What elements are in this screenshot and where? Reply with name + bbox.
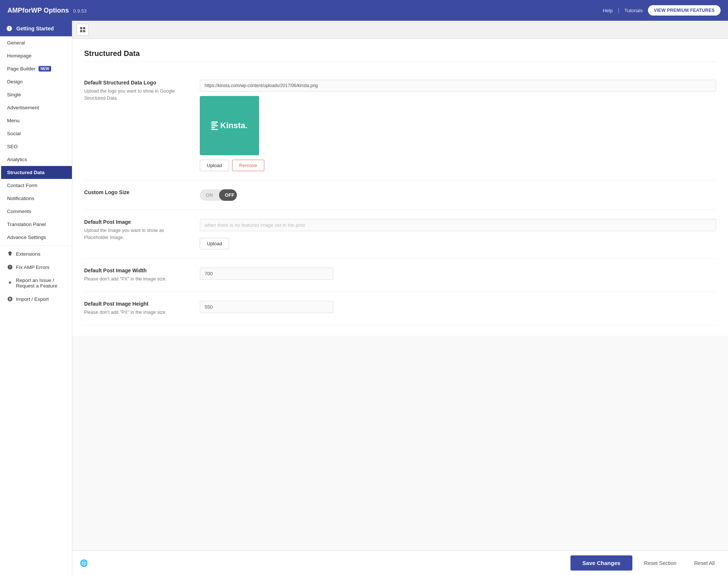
sidebar-item-page-builder[interactable]: Page Builder NEW (0, 62, 72, 75)
main-content: Structured Data Default Structured Data … (72, 21, 728, 575)
toggle-on-label[interactable]: ON (200, 189, 219, 201)
post-image-upload-button[interactable]: Upload (200, 238, 229, 249)
sidebar-item-social[interactable]: Social (0, 127, 72, 140)
main-scroll: Structured Data Default Structured Data … (72, 39, 728, 551)
post-image-desc: Upload the Image you want to show as Pla… (84, 227, 188, 241)
custom-logo-size-toggle[interactable]: ON OFF (200, 189, 237, 201)
reset-section-button[interactable]: Reset Section (638, 556, 682, 571)
sidebar-item-fix-amp-errors[interactable]: Fix AMP Errors (0, 260, 72, 274)
app-body: Getting Started General Homepage Page Bu… (0, 21, 728, 575)
sidebar-item-analytics[interactable]: Analytics (0, 153, 72, 166)
sidebar: Getting Started General Homepage Page Bu… (0, 21, 72, 575)
app-title: AMPforWP Options (7, 7, 69, 14)
sidebar-item-design[interactable]: Design (0, 75, 72, 88)
image-width-row: Default Post Image Width Please don't ad… (84, 259, 716, 292)
toggle-off-label[interactable]: OFF (219, 189, 237, 201)
content-area: Structured Data Default Structured Data … (72, 39, 728, 336)
globe-icon: 🌐 (80, 559, 88, 567)
sidebar-item-advance-settings[interactable]: Advance Settings (0, 231, 72, 244)
header-actions: Help | Tutorials VIEW PREMIUM FEATURES (603, 5, 721, 16)
image-height-row: Default Post Image Height Please don't a… (84, 292, 716, 325)
sidebar-item-contact-form[interactable]: Contact Form (0, 179, 72, 192)
svg-rect-3 (83, 30, 85, 32)
sidebar-item-seo[interactable]: SEO (0, 140, 72, 153)
header: AMPforWP Options 0.9.53 Help | Tutorials… (0, 0, 728, 21)
sidebar-item-translation-panel[interactable]: Translation Panel (0, 218, 72, 231)
sidebar-extra-group: Extensions Fix AMP Errors Report an Issu… (0, 245, 72, 306)
image-width-desc: Please don't add "PX" in the image size. (84, 276, 188, 283)
app-version: 0.9.53 (73, 8, 87, 14)
premium-features-button[interactable]: VIEW PREMIUM FEATURES (648, 5, 721, 16)
logo-remove-button[interactable]: Remove (232, 160, 264, 171)
sidebar-item-general[interactable]: General (0, 36, 72, 49)
footer-left: 🌐 (80, 559, 88, 567)
image-height-input[interactable] (200, 301, 333, 313)
image-width-input[interactable] (200, 267, 333, 280)
logo-upload-button[interactable]: Upload (200, 160, 229, 171)
sidebar-item-homepage[interactable]: Homepage (0, 49, 72, 62)
sidebar-item-menu[interactable]: Menu (0, 114, 72, 127)
custom-logo-size-row: Custom Logo Size ON OFF (84, 180, 716, 210)
sidebar-item-report-issue[interactable]: Report an Issue / Request a Feature (0, 274, 72, 292)
sidebar-item-single[interactable]: Single (0, 88, 72, 101)
logo-desc: Upload the logo you want to show in Goog… (84, 88, 188, 102)
header-title-group: AMPforWP Options 0.9.53 (7, 7, 87, 14)
save-changes-button[interactable]: Save Changes (570, 555, 632, 571)
new-badge: NEW (39, 66, 51, 72)
logo-url-input[interactable] (200, 80, 716, 92)
image-height-label: Default Post Image Height (84, 301, 188, 307)
logo-buttons: Upload Remove (200, 160, 716, 171)
reset-all-button[interactable]: Reset All (688, 556, 721, 571)
sidebar-item-import-export[interactable]: Import / Export (0, 292, 72, 306)
custom-logo-size-label: Custom Logo Size (84, 189, 188, 195)
sidebar-item-extensions[interactable]: Extensions (0, 247, 72, 260)
footer-bar: 🌐 Save Changes Reset Section Reset All (72, 551, 728, 575)
main-toolbar (72, 21, 728, 39)
svg-rect-2 (80, 30, 82, 32)
image-height-desc: Please don't add "PX" in the image size. (84, 309, 188, 316)
section-title: Structured Data (84, 49, 716, 62)
tutorials-link[interactable]: Tutorials (625, 8, 643, 13)
logo-label: Default Structured Data Logo (84, 80, 188, 86)
sidebar-getting-started[interactable]: Getting Started (0, 21, 72, 36)
post-image-input[interactable] (200, 219, 716, 231)
default-post-image-row: Default Post Image Upload the Image you … (84, 210, 716, 259)
getting-started-label: Getting Started (16, 26, 54, 31)
svg-rect-0 (80, 27, 82, 29)
sidebar-item-advertisement[interactable]: Advertisement (0, 101, 72, 114)
logo-row: Default Structured Data Logo Upload the … (84, 71, 716, 180)
help-link[interactable]: Help (603, 8, 613, 13)
toolbar-grid-icon[interactable] (77, 24, 89, 36)
logo-preview-image: Kinsta. (200, 96, 259, 155)
image-width-label: Default Post Image Width (84, 267, 188, 273)
svg-rect-1 (83, 27, 85, 29)
sidebar-item-comments[interactable]: Comments (0, 205, 72, 218)
post-image-label: Default Post Image (84, 219, 188, 225)
sidebar-item-structured-data[interactable]: Structured Data (0, 166, 72, 179)
sidebar-item-notifications[interactable]: Notifications (0, 192, 72, 205)
